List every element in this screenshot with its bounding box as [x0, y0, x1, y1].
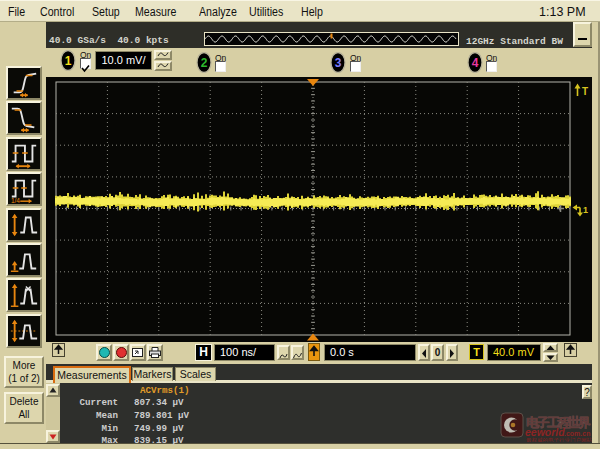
svg-text:1: 1: [65, 54, 72, 68]
svg-text:2: 2: [201, 56, 208, 70]
svg-text:3: 3: [335, 56, 342, 70]
svg-text:最权威的电子行业门户网站: 最权威的电子行业门户网站: [526, 437, 592, 443]
svg-text:T: T: [582, 86, 588, 97]
svg-text:1/4: 1/4: [11, 197, 20, 204]
svg-text:1: 1: [583, 205, 588, 215]
svg-text:4: 4: [472, 56, 479, 70]
